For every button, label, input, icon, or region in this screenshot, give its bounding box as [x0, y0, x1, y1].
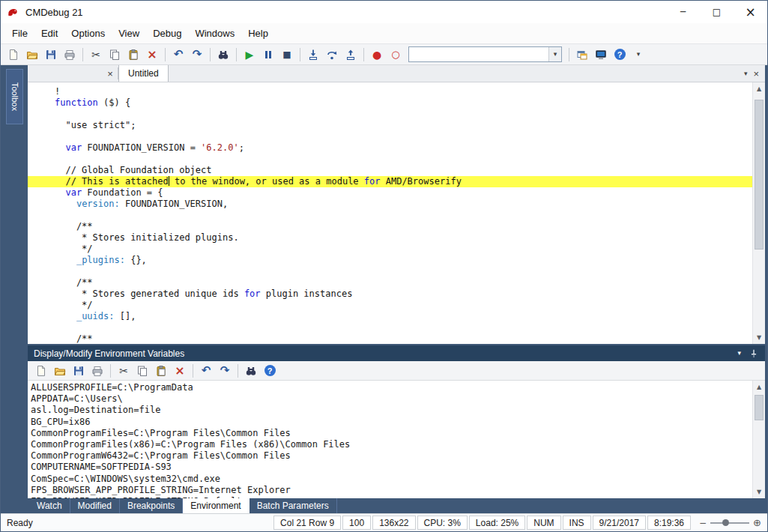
tabgroup-close-button[interactable]: × [753, 68, 759, 79]
code-line[interactable]: * Stores generated unique ids for plugin… [28, 288, 752, 300]
editor-scrollbar[interactable]: ▲ ▼ [752, 82, 765, 344]
redo-button[interactable]: ↷ [188, 46, 206, 63]
code-line[interactable] [28, 154, 752, 165]
menu-item-windows[interactable]: Windows [188, 25, 241, 42]
code-line[interactable]: /** [28, 333, 752, 344]
env-redo-button[interactable]: ↷ [216, 363, 234, 379]
code-line-current[interactable]: // This is attached to the window, or us… [28, 176, 752, 187]
env-variable-line[interactable]: CommonProgramFiles(x86)=C:\Program Files… [31, 439, 752, 450]
zoom-track[interactable] [710, 522, 749, 524]
panel-menu-chevron-icon[interactable]: ▾ [737, 350, 741, 357]
env-delete-button[interactable]: × [171, 363, 189, 379]
code-line[interactable]: version: FOUNDATION_VERSION, [28, 199, 752, 210]
code-line[interactable]: /** [28, 277, 752, 288]
document-close-button[interactable]: × [103, 65, 118, 82]
save-button[interactable] [42, 46, 60, 63]
code-line[interactable] [28, 210, 752, 221]
paste-button[interactable] [124, 46, 142, 63]
code-line[interactable]: * Stores initialized plugins. [28, 232, 752, 244]
code-area[interactable]: !function ($) { "use strict"; var FOUNDA… [28, 82, 752, 344]
command-combobox[interactable]: ▾ [408, 46, 562, 62]
pause-button[interactable] [259, 46, 277, 63]
env-variable-line[interactable]: APPDATA=C:\Users\ [31, 393, 752, 405]
code-line[interactable] [28, 131, 752, 142]
code-line[interactable]: ! [28, 86, 752, 97]
copy-button[interactable] [106, 46, 124, 63]
code-line[interactable]: _uuids: [], [28, 311, 752, 322]
toolbar-overflow-button[interactable]: ▾ [629, 46, 647, 63]
menu-item-options[interactable]: Options [64, 25, 112, 42]
tab-breakpoints[interactable]: Breakpoints [120, 498, 183, 513]
step-into-button[interactable] [304, 46, 322, 63]
env-find-button[interactable] [242, 363, 260, 379]
env-new-button[interactable] [32, 363, 50, 379]
zoom-in-icon[interactable]: ⊕ [753, 517, 761, 528]
console-button[interactable] [592, 46, 610, 63]
code-line[interactable] [28, 322, 752, 333]
env-copy-button[interactable] [133, 363, 151, 379]
env-paste-button[interactable] [152, 363, 170, 379]
scroll-track[interactable] [753, 95, 765, 331]
env-list[interactable]: ALLUSERSPROFILE=C:\ProgramDataAPPDATA=C:… [28, 381, 752, 498]
zoom-out-icon[interactable]: − [699, 518, 707, 528]
new-file-button[interactable] [4, 46, 22, 63]
zoom-thumb[interactable] [722, 519, 729, 526]
menu-item-file[interactable]: File [5, 25, 34, 42]
scroll-thumb[interactable] [755, 395, 764, 420]
code-line[interactable]: */ [28, 244, 752, 255]
step-out-button[interactable] [342, 46, 360, 63]
scroll-up-button[interactable]: ▲ [753, 381, 765, 393]
code-line[interactable]: _plugins: {}, [28, 255, 752, 266]
code-line[interactable]: // Global Foundation object [28, 165, 752, 176]
env-variable-line[interactable]: COMPUTERNAME=SOFTPEDIA-S93 [31, 462, 752, 473]
code-line[interactable]: /** [28, 221, 752, 232]
env-variable-line[interactable]: BG_CPU=ix86 [31, 417, 752, 428]
menu-item-debug[interactable]: Debug [146, 25, 188, 42]
tab-batch-parameters[interactable]: Batch Parameters [250, 498, 337, 513]
menu-item-help[interactable]: Help [241, 25, 275, 42]
scroll-track[interactable] [753, 393, 765, 486]
minimize-button[interactable]: ─ [666, 1, 700, 23]
tab-untitled[interactable]: Untitled [118, 65, 169, 82]
step-over-button[interactable] [323, 46, 341, 63]
env-variable-line[interactable]: ALLUSERSPROFILE=C:\ProgramData [31, 382, 752, 393]
scroll-down-button[interactable]: ▼ [753, 486, 765, 498]
tab-watch[interactable]: Watch [29, 498, 70, 513]
env-help-button[interactable]: ? [261, 363, 279, 379]
help-button[interactable]: ? [611, 46, 629, 63]
print-button[interactable] [61, 46, 79, 63]
scroll-down-button[interactable]: ▼ [753, 331, 765, 344]
env-variable-line[interactable]: CommonProgramFiles=C:\Program Files\Comm… [31, 428, 752, 439]
env-variable-line[interactable]: CommonProgramW6432=C:\Program Files\Comm… [31, 450, 752, 462]
open-file-button[interactable] [23, 46, 41, 63]
env-save-button[interactable] [70, 363, 88, 379]
env-variable-line[interactable]: ComSpec=C:\WINDOWS\system32\cmd.exe [31, 474, 752, 485]
window-button[interactable] [573, 46, 591, 63]
env-undo-button[interactable]: ↶ [197, 363, 215, 379]
env-print-button[interactable] [88, 363, 106, 379]
env-variable-line[interactable]: asl.log=Destination=file [31, 405, 752, 416]
undo-button[interactable]: ↶ [169, 46, 187, 63]
cut-button[interactable]: ✂ [87, 46, 105, 63]
menu-item-view[interactable]: View [112, 25, 146, 42]
tab-modified[interactable]: Modified [70, 498, 120, 513]
run-button[interactable]: ▶ [241, 46, 258, 63]
scroll-thumb[interactable] [755, 100, 764, 250]
tab-list-chevron-icon[interactable]: ▾ [744, 70, 748, 77]
code-line[interactable]: "use strict"; [28, 120, 752, 131]
close-button[interactable]: × [734, 1, 767, 23]
delete-button[interactable]: × [143, 46, 161, 63]
env-variable-line[interactable]: FPS_BROWSER_APP_PROFILE_STRING=Internet … [31, 485, 752, 496]
find-button[interactable] [214, 46, 232, 63]
env-cut-button[interactable]: ✂ [115, 363, 133, 379]
combobox-dropdown-button[interactable]: ▾ [548, 47, 561, 61]
zoom-slider[interactable]: − ⊕ [693, 514, 767, 531]
env-open-button[interactable] [51, 363, 69, 379]
code-line[interactable] [28, 266, 752, 277]
code-line[interactable]: function ($) { [28, 97, 752, 109]
menu-item-edit[interactable]: Edit [34, 25, 64, 42]
code-line[interactable]: var Foundation = { [28, 187, 752, 199]
code-line[interactable]: */ [28, 300, 752, 311]
scroll-up-button[interactable]: ▲ [753, 82, 765, 95]
code-line[interactable] [28, 109, 752, 120]
